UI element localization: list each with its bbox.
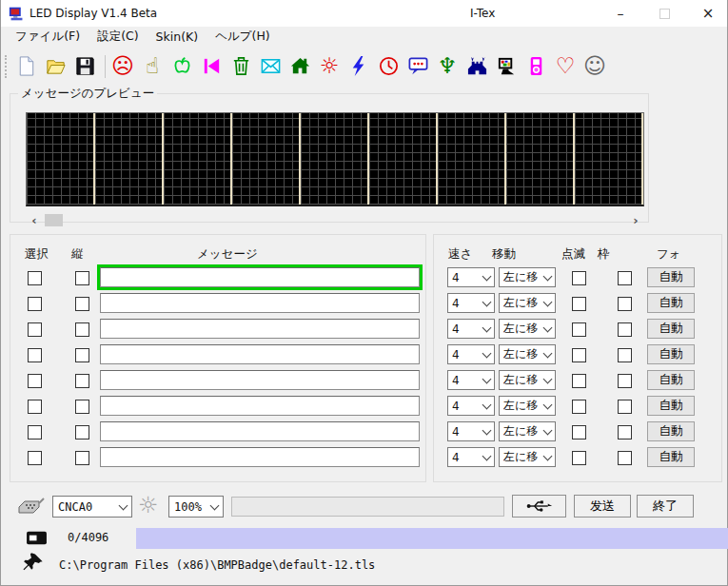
media-player-icon[interactable] [524,54,547,79]
message-input[interactable] [100,396,420,416]
scroll-left-icon[interactable]: ‹ [26,213,43,227]
font-auto-button[interactable]: 自動 [647,293,695,313]
speed-select[interactable]: 4 [447,447,495,467]
select-checkbox[interactable] [28,451,42,465]
vertical-checkbox[interactable] [75,322,89,337]
move-select[interactable]: 左に移 [499,293,556,313]
font-auto-button[interactable]: 自動 [647,447,695,467]
maximize-button[interactable] [642,0,686,27]
speed-select[interactable]: 4 [447,267,495,287]
frame-checkbox[interactable] [618,451,632,465]
port-select[interactable]: CNCA0 [52,496,132,518]
open-folder-icon[interactable] [44,54,67,79]
send-button[interactable]: 发送 [574,495,631,518]
trident-icon[interactable]: ♆ [436,54,459,79]
trash-icon[interactable] [229,54,252,79]
font-auto-button[interactable]: 自動 [647,344,695,364]
minimize-button[interactable]: – [599,0,642,27]
speed-select[interactable]: 4 [447,396,495,416]
move-select[interactable]: 左に移 [499,267,556,287]
castle-icon[interactable] [465,54,488,79]
blink-checkbox[interactable] [572,348,586,362]
move-select[interactable]: 左に移 [499,319,556,339]
font-auto-button[interactable]: 自動 [647,267,695,287]
menu-file[interactable]: ファイル(F) [7,27,89,47]
speed-select[interactable]: 4 [447,293,495,313]
rewind-speaker-icon[interactable] [200,54,223,79]
move-select[interactable]: 左に移 [499,421,556,441]
speed-select[interactable]: 4 [447,319,495,339]
heart-icon[interactable]: ♡ [554,54,577,79]
mail-icon[interactable] [259,54,282,79]
usb-button[interactable] [512,495,566,518]
font-auto-button[interactable]: 自動 [647,421,695,441]
font-auto-button[interactable]: 自動 [647,319,695,339]
move-select[interactable]: 左に移 [499,370,556,390]
message-input[interactable] [100,319,420,339]
font-auto-button[interactable]: 自動 [647,370,695,390]
speed-select[interactable]: 4 [447,421,495,441]
exit-button[interactable]: 終了 [637,495,694,518]
select-checkbox[interactable] [28,348,42,362]
menu-help[interactable]: ヘルプ(H) [207,27,279,47]
blink-checkbox[interactable] [572,425,586,440]
vertical-checkbox[interactable] [75,297,89,311]
speed-select[interactable]: 4 [447,344,495,364]
scroll-right-icon[interactable]: › [627,213,644,227]
new-document-icon[interactable] [14,54,37,79]
menu-settings[interactable]: 設定(C) [89,27,147,47]
speech-bubble-icon[interactable] [406,54,429,79]
font-auto-button[interactable]: 自動 [647,396,695,416]
vertical-checkbox[interactable] [75,271,89,285]
message-input[interactable] [100,267,420,287]
sun-icon[interactable]: ☼ [318,54,341,79]
frame-checkbox[interactable] [618,322,632,337]
menu-skin[interactable]: Skin(K) [148,28,207,46]
message-input[interactable] [100,447,420,467]
select-checkbox[interactable] [28,271,42,285]
vertical-checkbox[interactable] [75,425,89,440]
frame-checkbox[interactable] [618,374,632,388]
scrollbar-thumb[interactable] [45,214,63,226]
select-checkbox[interactable] [28,400,42,414]
move-select[interactable]: 左に移 [499,396,556,416]
brightness-select[interactable]: 100% [168,496,224,518]
smiley-icon[interactable]: ☺ [583,54,606,79]
message-input[interactable] [100,370,420,390]
blink-checkbox[interactable] [572,400,586,414]
preview-scrollbar[interactable]: ‹ › [26,212,644,227]
frame-checkbox[interactable] [618,271,632,285]
blink-checkbox[interactable] [572,271,586,285]
message-input[interactable] [100,344,420,364]
select-checkbox[interactable] [28,297,42,311]
move-select[interactable]: 左に移 [499,344,556,364]
frame-checkbox[interactable] [618,297,632,311]
vertical-checkbox[interactable] [75,348,89,362]
clock-icon[interactable] [377,54,400,79]
blink-checkbox[interactable] [572,451,586,465]
message-input[interactable] [100,293,420,313]
vertical-checkbox[interactable] [75,374,89,388]
lightning-icon[interactable] [347,54,370,79]
sad-face-icon[interactable]: ☹ [111,54,134,79]
select-checkbox[interactable] [28,374,42,388]
blink-checkbox[interactable] [572,297,586,311]
frame-checkbox[interactable] [618,400,632,414]
close-button[interactable]: × [686,0,728,27]
vertical-checkbox[interactable] [75,400,89,414]
home-icon[interactable] [288,54,311,79]
thumbs-up-icon[interactable]: ☝ [141,54,164,79]
apple-icon[interactable] [170,54,193,79]
computer-icon[interactable] [495,54,518,79]
frame-checkbox[interactable] [618,425,632,440]
speed-select[interactable]: 4 [447,370,495,390]
save-icon[interactable] [73,54,96,79]
move-select[interactable]: 左に移 [499,447,556,467]
vertical-checkbox[interactable] [75,451,89,465]
blink-checkbox[interactable] [572,322,586,337]
frame-checkbox[interactable] [618,348,632,362]
select-checkbox[interactable] [28,322,42,337]
message-input[interactable] [100,421,420,441]
select-checkbox[interactable] [28,425,42,440]
blink-checkbox[interactable] [572,374,586,388]
